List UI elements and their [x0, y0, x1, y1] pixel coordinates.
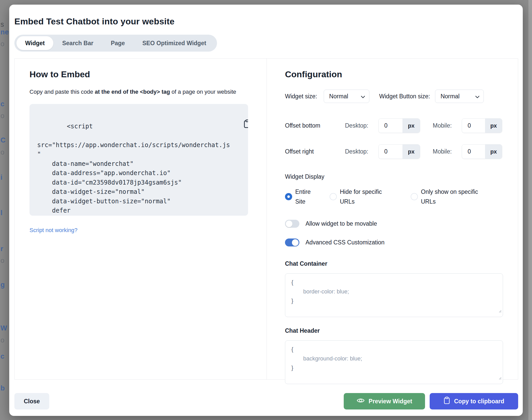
widget-size-select[interactable]: Normal: [324, 90, 369, 103]
offset-bottom-mobile-input[interactable]: [462, 119, 485, 133]
chevron-down-icon: [361, 93, 365, 100]
tab-seo-optimized-widget[interactable]: SEO Optimized Widget: [134, 36, 215, 50]
radio-hide-specific-urls[interactable]: Hide for specific URLs: [330, 187, 395, 206]
widget-button-size-label: Widget Button size:: [379, 93, 430, 100]
css-open-brace: {: [291, 278, 497, 287]
eye-icon: [357, 397, 365, 405]
modal-footer: Close Preview Widget Copy: [14, 393, 518, 409]
scrollbar-track[interactable]: [528, 0, 532, 420]
radio-only-show-specific-urls[interactable]: Only show on specific URLs: [411, 187, 492, 206]
chat-container-css-textarea[interactable]: { border-color: blue; }: [285, 273, 503, 317]
offset-bottom-mobile-input-group: px: [462, 118, 502, 133]
backdrop-fragment: c: [1, 352, 5, 360]
radio-entire-site[interactable]: Entire Site: [285, 187, 319, 206]
backdrop-fragment: o: [1, 112, 5, 120]
instruction-bold: at the end of the <body> tag: [95, 89, 170, 95]
widget-button-size-select[interactable]: Normal: [435, 90, 484, 103]
offset-bottom-row: Offset bottom Desktop: px Mobile: px: [285, 118, 503, 133]
backdrop-fragment: i: [1, 174, 3, 182]
instruction-prefix: Copy and paste this code: [29, 89, 95, 95]
backdrop-fragment: o: [1, 257, 5, 265]
backdrop-fragment: C: [1, 136, 6, 144]
embed-code-text: <script src="https://app.wonderchat.io/s…: [37, 123, 230, 216]
copy-to-clipboard-label: Copy to clipboard: [454, 398, 504, 405]
offset-right-desktop-input-group: px: [378, 144, 420, 159]
instruction-suffix: of a page on your website: [170, 89, 236, 95]
css-rule: border-color: blue;: [291, 287, 497, 296]
copy-code-icon-button[interactable]: [232, 112, 241, 121]
movable-toggle[interactable]: [285, 220, 299, 228]
offset-right-mobile-input[interactable]: [462, 145, 485, 159]
how-to-embed-panel: How to Embed Copy and paste this code at…: [15, 59, 267, 379]
css-close-brace: }: [291, 363, 497, 373]
radio-label: Only show on specific URLs: [421, 187, 492, 206]
resize-handle-icon[interactable]: [498, 373, 501, 383]
size-selects-row: Widget size: Normal Widget Button size: …: [285, 90, 503, 103]
embed-type-tabbar: Widget Search Bar Page SEO Optimized Wid…: [14, 35, 217, 52]
embed-code-block: <script src="https://app.wonderchat.io/s…: [29, 104, 248, 216]
close-button[interactable]: Close: [14, 393, 49, 409]
copy-to-clipboard-button[interactable]: Copy to clipboard: [430, 393, 518, 409]
offset-right-mobile-input-group: px: [462, 144, 502, 159]
offset-right-row: Offset right Desktop: px Mobile: px: [285, 144, 503, 159]
tab-search-bar[interactable]: Search Bar: [53, 36, 102, 50]
css-open-brace: {: [291, 345, 497, 354]
backdrop-fragment: s: [1, 21, 4, 28]
backdrop-fragment: r: [1, 245, 3, 253]
preview-widget-label: Preview Widget: [369, 398, 412, 405]
advanced-css-toggle-row: Advanced CSS Customization: [285, 238, 503, 246]
backdrop-fragment: ne: [1, 28, 9, 36]
movable-toggle-row: Allow widget to be movable: [285, 220, 503, 228]
how-to-embed-heading: How to Embed: [29, 69, 252, 79]
script-not-working-link[interactable]: Script not working?: [29, 227, 77, 234]
px-unit: px: [402, 119, 420, 133]
widget-size-label: Widget size:: [285, 93, 317, 100]
backdrop-fragment: b: [1, 384, 5, 392]
mobile-label: Mobile:: [433, 122, 462, 129]
clipboard-icon: [232, 125, 248, 133]
offset-bottom-desktop-input-group: px: [378, 118, 420, 133]
offset-bottom-desktop-input[interactable]: [379, 119, 402, 133]
desktop-label: Desktop:: [345, 148, 378, 155]
page-title: Embed Test Chatbot into your website: [14, 16, 518, 26]
toggle-knob: [292, 239, 299, 246]
footer-action-buttons: Preview Widget Copy to clipboard: [344, 393, 518, 409]
radio-label: Hide for specific URLs: [340, 187, 395, 206]
backdrop-fragment: W: [1, 324, 7, 332]
radio-unselected-icon[interactable]: [411, 193, 418, 200]
advanced-css-toggle[interactable]: [285, 238, 299, 246]
toggle-knob: [286, 221, 292, 227]
widget-display-options: Entire Site Hide for specific URLs Only …: [285, 187, 503, 206]
backdrop-fragment: o: [1, 336, 5, 344]
configuration-heading: Configuration: [285, 69, 503, 79]
chat-container-label: Chat Container: [285, 260, 503, 267]
offset-right-desktop-input[interactable]: [379, 145, 402, 159]
advanced-css-toggle-label: Advanced CSS Customization: [306, 239, 385, 246]
widget-display-label: Widget Display: [285, 173, 503, 180]
clipboard-icon: [444, 397, 450, 406]
backdrop-fragment: l: [1, 209, 3, 217]
resize-handle-icon[interactable]: [498, 306, 501, 316]
backdrop-fragment: o: [1, 40, 5, 48]
chevron-down-icon: [475, 93, 479, 100]
backdrop-fragment: o: [1, 148, 5, 156]
px-unit: px: [485, 119, 502, 133]
tab-widget[interactable]: Widget: [16, 36, 53, 50]
offset-right-label: Offset right: [285, 148, 345, 155]
chat-header-label: Chat Header: [285, 327, 503, 334]
tab-page[interactable]: Page: [102, 36, 134, 50]
backdrop-fragment: g: [1, 281, 5, 289]
content-panels: How to Embed Copy and paste this code at…: [14, 58, 518, 380]
movable-toggle-label: Allow widget to be movable: [306, 220, 377, 227]
radio-unselected-icon[interactable]: [330, 193, 337, 200]
px-unit: px: [402, 145, 420, 159]
widget-button-size-value: Normal: [440, 93, 459, 100]
chat-header-css-textarea[interactable]: { background-color: blue; }: [285, 340, 503, 384]
px-unit: px: [485, 145, 502, 159]
mobile-label: Mobile:: [433, 148, 462, 155]
radio-selected-icon[interactable]: [285, 193, 292, 200]
css-close-brace: }: [291, 296, 497, 306]
backdrop-fragment: c: [1, 100, 5, 108]
preview-widget-button[interactable]: Preview Widget: [344, 393, 425, 409]
offset-bottom-label: Offset bottom: [285, 122, 345, 129]
